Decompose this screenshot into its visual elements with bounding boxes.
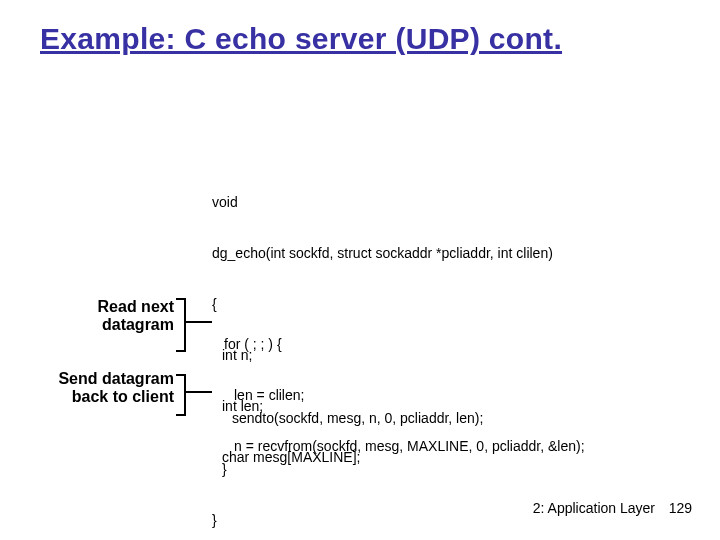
bracket-icon bbox=[176, 298, 186, 352]
code-line: } bbox=[212, 461, 483, 478]
bracket-icon bbox=[176, 374, 186, 416]
bracket-line-icon bbox=[184, 391, 212, 393]
code-line: for ( ; ; ) { bbox=[224, 336, 585, 353]
annotation-send-datagram: Send datagram back to client bbox=[44, 370, 174, 406]
bracket-line-icon bbox=[184, 321, 212, 323]
footer-section: 2: Application Layer bbox=[533, 500, 655, 516]
code-line: } bbox=[212, 512, 483, 529]
code-block-send: sendto(sockfd, mesg, n, 0, pcliaddr, len… bbox=[212, 376, 483, 540]
page-number: 129 bbox=[669, 500, 692, 516]
annotation-read-datagram: Read next datagram bbox=[74, 298, 174, 334]
code-line: void bbox=[212, 194, 553, 211]
slide: Example: C echo server (UDP) cont. void … bbox=[0, 0, 720, 540]
code-line: sendto(sockfd, mesg, n, 0, pcliaddr, len… bbox=[212, 410, 483, 427]
code-line: dg_echo(int sockfd, struct sockaddr *pcl… bbox=[212, 245, 553, 262]
slide-title: Example: C echo server (UDP) cont. bbox=[40, 22, 562, 56]
